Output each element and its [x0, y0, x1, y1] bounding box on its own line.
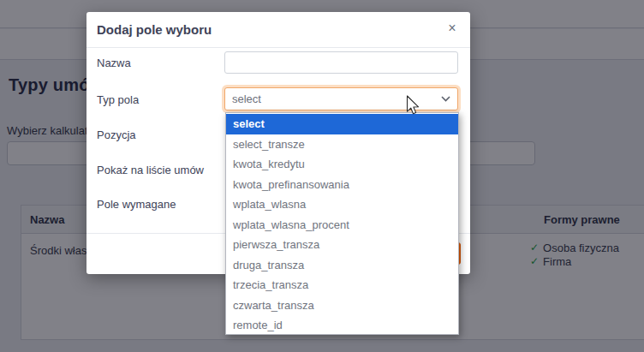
field-type-selected-value: select — [232, 92, 441, 105]
name-input[interactable] — [224, 51, 458, 74]
chevron-down-icon — [441, 96, 450, 102]
modal-header: Dodaj pole wyboru × — [86, 12, 470, 48]
dropdown-option[interactable]: pierwsza_transza — [226, 235, 458, 255]
dropdown-option[interactable]: select_transze — [226, 134, 458, 155]
dropdown-option[interactable]: select — [226, 114, 458, 134]
dropdown-option[interactable]: czwarta_transza — [226, 295, 458, 316]
field-type-select[interactable]: select — [224, 87, 458, 110]
field-type-label: Typ pola — [97, 93, 139, 106]
dropdown-option[interactable]: wplata_wlasna_procent — [226, 215, 458, 236]
close-icon[interactable]: × — [444, 20, 461, 37]
field-type-dropdown-list: select select_transze kwota_kredytu kwot… — [225, 112, 459, 335]
app-window: Typy umów Wybierz kalkulator Nazwa Formy… — [0, 0, 644, 352]
dropdown-option[interactable]: druga_transza — [226, 255, 458, 276]
modal-title: Dodaj pole wyboru — [97, 22, 212, 37]
dropdown-option[interactable]: remote_id — [226, 315, 458, 335]
dropdown-option[interactable]: kwota_prefinansowania — [226, 175, 458, 195]
dropdown-option[interactable]: kwota_kredytu — [226, 154, 458, 175]
dropdown-option[interactable]: wplata_wlasna — [226, 194, 458, 215]
dropdown-option[interactable]: trzecia_transza — [226, 275, 458, 295]
name-field-label: Nazwa — [97, 57, 131, 69]
position-label: Pozycja — [97, 128, 136, 141]
required-label: Pole wymagane — [97, 198, 176, 211]
show-on-list-label: Pokaż na liście umów — [97, 164, 204, 176]
